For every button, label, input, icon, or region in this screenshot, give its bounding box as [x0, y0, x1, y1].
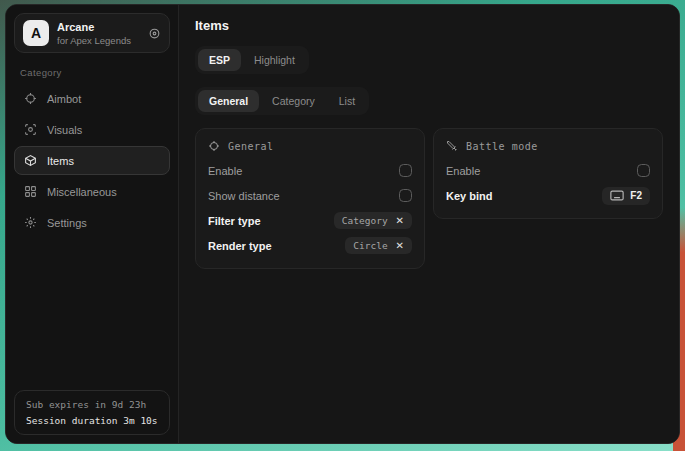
sidebar-item-miscellaneous[interactable]: Miscellaneous [14, 177, 170, 206]
sidebar-item-label: Settings [47, 217, 87, 229]
sidebar: A Arcane for Apex Legends Category Aimbo… [6, 5, 178, 443]
setting-row-enable: Enable [446, 158, 650, 183]
setting-row-show-distance: Show distance [208, 183, 412, 208]
setting-label: Filter type [208, 215, 261, 227]
setting-label: Enable [446, 165, 480, 177]
chip-value: Circle [353, 240, 387, 251]
sidebar-nav: Aimbot Visuals Items [14, 84, 170, 237]
mode-tabbar: ESP Highlight [195, 46, 309, 74]
app-logo: A [23, 20, 49, 46]
package-icon [24, 154, 37, 167]
setting-row-enable: Enable [208, 158, 412, 183]
setting-label: Key bind [446, 190, 492, 202]
sidebar-item-visuals[interactable]: Visuals [14, 115, 170, 144]
sidebar-item-label: Visuals [47, 124, 82, 136]
battle-mode-panel-header: Battle mode [446, 138, 650, 158]
battle-mode-panel: Battle mode Enable Key bind F2 [433, 128, 663, 219]
scan-eye-icon [24, 123, 37, 136]
sword-icon [446, 140, 458, 152]
setting-label: Enable [208, 165, 242, 177]
app-name: Arcane [57, 21, 140, 33]
main-content: Items ESP Highlight General Category Lis… [178, 5, 679, 443]
panels-row: General Enable Show distance Filter type… [195, 128, 663, 269]
close-icon[interactable]: ✕ [396, 216, 404, 226]
target-icon[interactable] [148, 27, 161, 40]
grid-icon [24, 185, 37, 198]
enable-checkbox[interactable] [399, 164, 412, 177]
keyboard-icon [610, 190, 624, 201]
page-title: Items [195, 18, 663, 33]
filter-type-chip[interactable]: Category ✕ [334, 212, 412, 229]
crosshair-icon [24, 92, 37, 105]
tab-category[interactable]: Category [261, 90, 326, 112]
sidebar-item-label: Aimbot [47, 93, 81, 105]
gear-icon [24, 216, 37, 229]
tab-esp[interactable]: ESP [198, 49, 241, 71]
panel-title: Battle mode [466, 141, 538, 152]
app-subtitle: for Apex Legends [57, 35, 140, 46]
close-icon[interactable]: ✕ [396, 241, 404, 251]
app-window: A Arcane for Apex Legends Category Aimbo… [5, 4, 680, 444]
keybind-button[interactable]: F2 [602, 187, 650, 205]
render-type-chip[interactable]: Circle ✕ [345, 237, 412, 254]
battle-enable-checkbox[interactable] [637, 164, 650, 177]
crosshair-icon [208, 140, 220, 152]
setting-row-key-bind: Key bind F2 [446, 183, 650, 208]
view-tabbar: General Category List [195, 87, 369, 115]
tab-general[interactable]: General [198, 90, 259, 112]
setting-label: Show distance [208, 190, 280, 202]
general-panel-header: General [208, 138, 412, 158]
tab-list[interactable]: List [328, 90, 366, 112]
sidebar-item-items[interactable]: Items [14, 146, 170, 175]
sidebar-item-label: Items [47, 155, 74, 167]
general-panel: General Enable Show distance Filter type… [195, 128, 425, 269]
setting-row-filter-type: Filter type Category ✕ [208, 208, 412, 233]
app-header-texts: Arcane for Apex Legends [57, 21, 140, 46]
panel-title: General [228, 141, 274, 152]
app-header-card: A Arcane for Apex Legends [14, 13, 170, 53]
sidebar-section-label: Category [20, 67, 164, 78]
sidebar-item-settings[interactable]: Settings [14, 208, 170, 237]
tab-highlight[interactable]: Highlight [243, 49, 306, 71]
setting-label: Render type [208, 240, 272, 252]
sidebar-item-label: Miscellaneous [47, 186, 117, 198]
sidebar-item-aimbot[interactable]: Aimbot [14, 84, 170, 113]
subscription-card: Sub expires in 9d 23h Session duration 3… [14, 390, 170, 435]
sidebar-spacer [14, 237, 170, 390]
sub-expires-text: Sub expires in 9d 23h [26, 399, 158, 410]
session-duration-text: Session duration 3m 10s [26, 415, 158, 426]
keybind-value: F2 [630, 190, 642, 201]
chip-value: Category [342, 215, 388, 226]
show-distance-checkbox[interactable] [399, 189, 412, 202]
setting-row-render-type: Render type Circle ✕ [208, 233, 412, 258]
